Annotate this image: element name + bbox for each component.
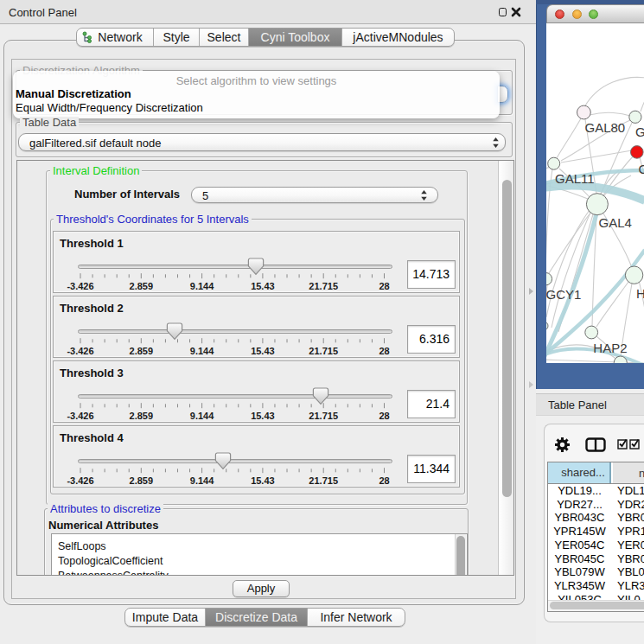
svg-text:GAL4: GAL4 <box>599 215 632 230</box>
svg-text:GCY1: GCY1 <box>546 287 581 302</box>
svg-text:HAP2: HAP2 <box>593 341 627 355</box>
svg-text:C: C <box>639 162 644 176</box>
svg-text:GA: GA <box>635 124 644 139</box>
svg-text:H: H <box>636 286 644 301</box>
svg-text:GAL80: GAL80 <box>585 120 626 135</box>
svg-text:GAL11: GAL11 <box>555 171 595 186</box>
